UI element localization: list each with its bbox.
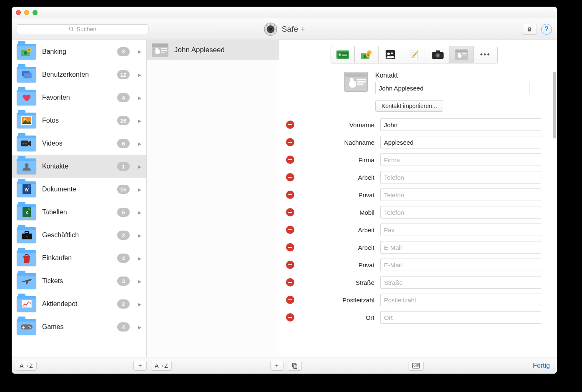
footer-bar: A→Z ＋ A→Z ＋ Fertig: [12, 357, 557, 374]
svg-text:W: W: [25, 188, 29, 192]
field-label: Straße: [303, 279, 374, 286]
remove-field-button[interactable]: [286, 226, 294, 234]
tab-note[interactable]: [402, 46, 426, 63]
remove-field-button[interactable]: [286, 296, 294, 304]
remove-field-button[interactable]: [286, 278, 294, 286]
svg-rect-85: [357, 81, 366, 83]
field-input-0[interactable]: [380, 118, 541, 131]
field-input-6[interactable]: [380, 224, 541, 236]
add-entry-button[interactable]: ＋: [270, 361, 283, 371]
svg-rect-32: [25, 231, 28, 234]
sidebar-item-fotos[interactable]: Fotos26▸: [12, 109, 146, 132]
svg-point-73: [436, 54, 439, 57]
remove-field-button[interactable]: [286, 138, 294, 146]
field-label: Vorname: [303, 121, 374, 128]
remove-field-button[interactable]: [286, 173, 294, 181]
tab-photo[interactable]: [426, 46, 450, 63]
sidebar-item-geschaeftlich[interactable]: Geschäftlich2▸: [12, 224, 146, 246]
minimize-button[interactable]: [24, 10, 29, 15]
svg-point-42: [28, 326, 30, 327]
svg-rect-41: [22, 327, 25, 328]
record-name-input[interactable]: [375, 82, 529, 94]
svg-point-15: [24, 51, 27, 55]
tab-credit-card[interactable]: [331, 46, 355, 63]
field-input-7[interactable]: [380, 241, 541, 254]
chevron-right-icon: ▸: [135, 254, 142, 262]
add-category-button[interactable]: ＋: [133, 361, 147, 371]
record-type-tabs: $$ •••: [331, 46, 498, 63]
toolbar: Suchen Safe +: [12, 18, 557, 40]
search-field[interactable]: Suchen: [17, 24, 148, 34]
field-input-3[interactable]: [380, 171, 541, 183]
detail-pane: $$ ••• Kontakt: [279, 40, 557, 357]
remove-field-button[interactable]: [286, 156, 294, 164]
app-title: Safe +: [282, 25, 306, 34]
copy-button[interactable]: [288, 361, 302, 371]
import-contact-button[interactable]: Kontakt importieren...: [375, 100, 443, 112]
svg-rect-81: [345, 73, 366, 77]
folder-icon: [17, 319, 36, 335]
remove-field-button[interactable]: [286, 191, 294, 199]
zoom-button[interactable]: [33, 10, 38, 15]
field-label: Ort: [303, 314, 374, 321]
sidebar-item-kontakte[interactable]: Kontakte1▸: [12, 155, 146, 178]
svg-point-0: [69, 27, 73, 30]
tab-bank-account[interactable]: $$: [355, 46, 379, 63]
lock-button[interactable]: [522, 24, 537, 35]
sidebar-item-tabellen[interactable]: XTabellen5▸: [12, 201, 146, 224]
sidebar-item-count: 26: [117, 116, 130, 125]
svg-point-83: [349, 80, 356, 88]
sidebar-item-banking[interactable]: $Banking3▸: [12, 40, 146, 63]
tab-contact[interactable]: [450, 46, 474, 63]
svg-rect-75: [455, 50, 467, 53]
field-input-5[interactable]: [380, 206, 541, 219]
done-button[interactable]: Fertig: [530, 361, 553, 371]
field-input-2[interactable]: [380, 153, 541, 166]
svg-point-4: [269, 28, 272, 30]
sidebar-item-aktiendepot[interactable]: Aktiendepot2▸: [12, 292, 146, 315]
sort-entries-button[interactable]: A→Z: [151, 361, 172, 371]
remove-field-button[interactable]: [286, 208, 294, 216]
entry-row[interactable]: John Appleseed: [147, 40, 279, 60]
chevron-right-icon: ▸: [135, 209, 142, 216]
remove-field-button[interactable]: [286, 121, 294, 129]
field-input-4[interactable]: [380, 188, 541, 201]
sidebar-item-videos[interactable]: Videos6▸: [12, 132, 146, 155]
field-input-10[interactable]: [380, 294, 541, 306]
svg-rect-54: [342, 54, 347, 55]
sidebar-item-count: 6: [117, 139, 130, 148]
sidebar-item-label: Tickets: [42, 277, 111, 285]
sidebar-item-favoriten[interactable]: Favoriten4▸: [12, 86, 146, 109]
remove-field-button[interactable]: [286, 261, 294, 269]
chevron-right-icon: ▸: [135, 71, 142, 79]
sidebar-item-games[interactable]: Games4▸: [12, 315, 146, 338]
svg-rect-78: [462, 53, 467, 54]
svg-point-25: [25, 142, 27, 144]
close-button[interactable]: [16, 10, 21, 15]
tab-more[interactable]: •••: [474, 46, 497, 63]
help-button[interactable]: ?: [541, 24, 552, 35]
svg-rect-87: [294, 364, 297, 368]
field-label: Arbeit: [303, 174, 374, 181]
field-label: Nachname: [303, 139, 374, 146]
field-input-8[interactable]: [380, 259, 541, 271]
sidebar-item-dokumente[interactable]: WDokumente15▸: [12, 178, 146, 201]
card-view-button[interactable]: [409, 361, 424, 371]
sort-sidebar-button[interactable]: A→Z: [16, 361, 37, 371]
tab-login[interactable]: [379, 46, 402, 63]
field-input-11[interactable]: [380, 311, 541, 324]
remove-field-button[interactable]: [286, 243, 294, 251]
svg-line-12: [273, 25, 275, 26]
remove-field-button[interactable]: [286, 313, 294, 322]
sidebar-item-tickets[interactable]: Tickets3▸: [12, 269, 146, 292]
folder-icon: [17, 158, 36, 174]
svg-rect-55: [342, 55, 347, 56]
scrollbar[interactable]: [553, 72, 556, 357]
svg-rect-88: [293, 363, 296, 367]
sidebar-item-einkaufen[interactable]: Einkaufen4▸: [12, 246, 146, 269]
chevron-right-icon: ▸: [135, 94, 142, 102]
sidebar-item-benutzerkonten[interactable]: Benutzerkonten12▸: [12, 63, 146, 86]
field-input-1[interactable]: [380, 136, 541, 148]
contact-card-icon: [152, 43, 168, 57]
field-input-9[interactable]: [380, 276, 541, 289]
